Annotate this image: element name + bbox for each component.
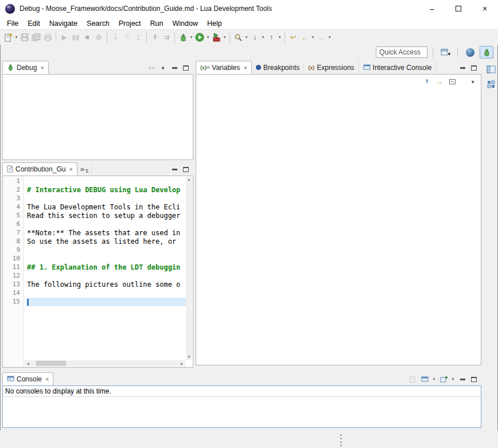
tab-debug[interactable]: Debug × xyxy=(2,61,49,74)
line-number[interactable]: 11 xyxy=(3,263,24,272)
step-into-button[interactable]: ↧ xyxy=(110,31,121,44)
minimize-window-button[interactable]: – xyxy=(419,0,445,17)
menu-window[interactable]: Window xyxy=(168,18,203,29)
editor-horizontal-scrollbar[interactable]: ◄ ► xyxy=(25,360,185,367)
code-line-current[interactable] xyxy=(27,298,189,306)
new-wizard-dropdown[interactable]: ▾ xyxy=(14,31,19,44)
code-line[interactable] xyxy=(27,246,186,255)
resume-button[interactable]: ▶ xyxy=(59,31,70,44)
forward-dropdown[interactable]: ▾ xyxy=(327,31,332,44)
menu-search[interactable]: Search xyxy=(82,18,114,29)
maximize-console-button[interactable] xyxy=(469,375,478,384)
scrollbar-thumb[interactable] xyxy=(36,361,66,366)
menu-file[interactable]: File xyxy=(2,18,23,29)
code-line[interactable]: ## 1. Explanation of the LDT debuggin xyxy=(27,263,186,272)
ldt-perspective-button[interactable] xyxy=(463,46,477,59)
maximize-editor-button[interactable] xyxy=(181,165,190,174)
code-line[interactable]: The following pictures outline some o xyxy=(27,281,186,289)
save-all-button[interactable] xyxy=(30,31,42,44)
maximize-window-button[interactable] xyxy=(445,0,472,17)
forward-button[interactable]: → xyxy=(316,31,327,44)
suspend-button[interactable]: ▮▮ xyxy=(70,31,81,44)
code-line[interactable] xyxy=(27,177,186,186)
minimized-outline-view-button[interactable] xyxy=(485,79,497,89)
code-line[interactable] xyxy=(27,289,186,298)
save-button[interactable] xyxy=(19,31,30,44)
next-annotation-button[interactable]: ↓ xyxy=(249,31,260,44)
search-dropdown[interactable]: ▾ xyxy=(244,31,249,44)
line-number[interactable]: 3 xyxy=(3,194,24,203)
trim-drag-handle[interactable] xyxy=(340,434,342,446)
open-perspective-button[interactable] xyxy=(438,46,452,59)
editor-tab-overflow-button[interactable]: » 5 xyxy=(77,162,92,176)
disconnect-button[interactable]: ⊘ xyxy=(93,31,104,44)
back-button[interactable]: ← xyxy=(299,31,310,44)
close-variables-tab-icon[interactable]: × xyxy=(243,64,247,71)
open-console-button[interactable] xyxy=(439,375,448,384)
scroll-right-icon[interactable]: ► xyxy=(178,362,185,365)
line-number[interactable]: 2 xyxy=(3,186,24,194)
minimize-debug-view-button[interactable] xyxy=(170,63,179,72)
editor-content[interactable]: 1 2 3 4 5 6 7 8 9 10 11 12 13 14 15 # In… xyxy=(2,176,193,368)
editor-line-number-ruler[interactable]: 1 2 3 4 5 6 7 8 9 10 11 12 13 14 15 xyxy=(3,176,24,367)
display-selected-console-dropdown[interactable]: ▾ xyxy=(431,375,437,384)
tab-interactive-console[interactable]: Interactive Console xyxy=(359,61,437,74)
tab-console[interactable]: Console × xyxy=(2,372,53,385)
line-number[interactable]: 7 xyxy=(3,229,24,237)
open-console-dropdown[interactable]: ▾ xyxy=(450,375,456,384)
run-launch-dropdown[interactable]: ▾ xyxy=(205,31,211,44)
close-console-tab-icon[interactable]: × xyxy=(45,376,49,383)
run-launch-button[interactable] xyxy=(194,31,205,44)
step-return-button[interactable]: ↥ xyxy=(133,31,144,44)
line-number[interactable]: 5 xyxy=(3,212,24,220)
code-line[interactable]: Read this section to setup a debugger xyxy=(27,212,186,220)
code-line[interactable] xyxy=(27,272,186,281)
tab-breakpoints[interactable]: Breakpoints xyxy=(252,61,304,74)
minimize-variables-button[interactable] xyxy=(458,63,467,72)
debug-launch-dropdown[interactable]: ▾ xyxy=(189,31,194,44)
drop-to-frame-button[interactable]: ↟ xyxy=(149,31,161,44)
step-over-button[interactable]: ↷ xyxy=(121,31,133,44)
menu-navigate[interactable]: Navigate xyxy=(45,18,82,29)
debug-launch-button[interactable] xyxy=(177,31,189,44)
line-number[interactable]: 15 xyxy=(3,298,24,306)
menu-help[interactable]: Help xyxy=(203,18,227,29)
show-type-names-button[interactable]: T xyxy=(422,77,431,86)
menu-edit[interactable]: Edit xyxy=(23,18,45,29)
line-number[interactable]: 4 xyxy=(3,203,24,212)
back-dropdown[interactable]: ▾ xyxy=(310,31,316,44)
print-button[interactable] xyxy=(42,31,53,44)
line-number[interactable]: 8 xyxy=(3,237,24,246)
close-debug-tab-icon[interactable]: × xyxy=(40,64,44,71)
last-edit-location-button[interactable]: ↩ xyxy=(287,31,299,44)
minimize-console-button[interactable] xyxy=(458,375,467,384)
collapse-all-button[interactable] xyxy=(448,77,457,86)
close-window-button[interactable]: × xyxy=(472,0,498,17)
code-line[interactable]: # Interactive DEBUG using Lua Develop xyxy=(27,186,186,194)
scroll-up-icon[interactable]: ▲ xyxy=(188,178,191,181)
close-editor-tab-icon[interactable]: × xyxy=(69,166,72,173)
debug-perspective-button[interactable] xyxy=(480,46,493,59)
external-tools-button[interactable] xyxy=(211,31,222,44)
debug-view-menu-button[interactable]: ▾ xyxy=(158,63,168,72)
code-line[interactable] xyxy=(27,255,186,263)
code-line[interactable] xyxy=(27,220,186,229)
code-line[interactable] xyxy=(27,194,186,203)
search-button[interactable] xyxy=(232,31,244,44)
maximize-debug-view-button[interactable] xyxy=(181,63,190,72)
menu-run[interactable]: Run xyxy=(146,18,168,29)
tab-contribution-guide[interactable]: Contribution_Gu × xyxy=(2,162,77,176)
line-number[interactable]: 9 xyxy=(3,246,24,255)
line-number[interactable]: 1 xyxy=(3,177,24,186)
previous-annotation-dropdown[interactable]: ▾ xyxy=(277,31,282,44)
line-number[interactable]: 10 xyxy=(3,255,24,263)
tab-variables[interactable]: (x)= Variables × xyxy=(196,61,252,74)
next-annotation-dropdown[interactable]: ▾ xyxy=(260,31,266,44)
display-selected-console-button[interactable] xyxy=(420,375,429,384)
code-line[interactable]: The Lua Development Tools in the Ecli xyxy=(27,203,186,212)
editor-text-area[interactable]: # Interactive DEBUG using Lua Develop Th… xyxy=(24,176,193,367)
remove-all-terminated-button[interactable]: ×× xyxy=(147,63,156,72)
restore-minimized-view-button[interactable] xyxy=(485,64,497,75)
maximize-variables-button[interactable] xyxy=(469,63,478,72)
line-number[interactable]: 14 xyxy=(3,289,24,298)
